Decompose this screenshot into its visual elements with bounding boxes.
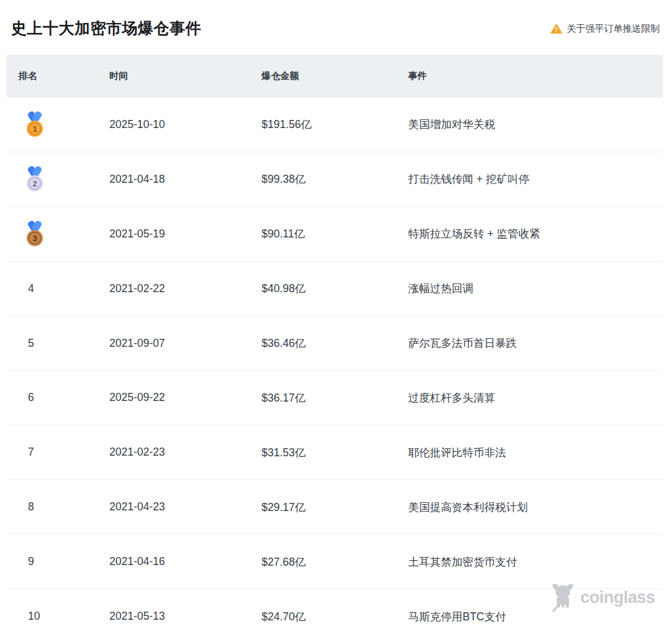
rank-cell: 5 <box>19 337 109 350</box>
event-label: 美国提高资本利得税计划 <box>408 500 663 515</box>
rank-number: 8 <box>28 500 34 513</box>
rank-number: 5 <box>28 337 34 350</box>
event-date: 2021-04-16 <box>109 555 262 568</box>
column-header-event: 事件 <box>408 70 663 82</box>
event-amount: $29.17亿 <box>262 500 408 515</box>
event-amount: $27.68亿 <box>262 554 408 569</box>
rank-medal-icon: 1 <box>22 110 47 139</box>
event-date: 2021-02-23 <box>109 446 262 459</box>
table-row: 8 2021-04-23 $29.17亿 美国提高资本利得税计划 <box>6 480 663 535</box>
rank-number: 6 <box>28 391 34 404</box>
event-amount: $31.53亿 <box>262 445 408 460</box>
warning-triangle-icon <box>550 24 562 34</box>
event-amount: $40.98亿 <box>262 281 408 296</box>
event-amount: $90.11亿 <box>262 226 408 241</box>
table-row: 7 2021-02-23 $31.53亿 耶伦批评比特币非法 <box>6 425 663 480</box>
svg-text:3: 3 <box>32 234 37 243</box>
table-body: 1 2025-10-10 $191.56亿 美国增加对华关税 2 <box>6 98 663 644</box>
column-header-rank: 排名 <box>19 70 109 82</box>
column-header-time: 时间 <box>109 70 262 82</box>
event-date: 2021-04-23 <box>109 500 262 513</box>
event-date: 2021-05-13 <box>109 610 262 623</box>
event-date: 2021-05-19 <box>109 228 262 241</box>
rank-cell: 1 <box>19 110 109 139</box>
rank-cell: 4 <box>19 282 109 295</box>
event-label: 特斯拉立场反转 + 监管收紧 <box>408 226 663 241</box>
event-label: 萨尔瓦多法币首日暴跌 <box>408 336 663 351</box>
event-amount: $36.46亿 <box>262 336 408 351</box>
rank-cell: 6 <box>19 391 109 404</box>
event-date: 2021-04-18 <box>109 173 262 186</box>
table-row: 1 2025-10-10 $191.56亿 美国增加对华关税 <box>6 98 663 152</box>
event-label: 耶伦批评比特币非法 <box>408 445 663 460</box>
column-header-amount: 爆仓金额 <box>262 70 408 82</box>
event-amount: $36.17亿 <box>262 390 408 405</box>
svg-text:2: 2 <box>32 179 37 188</box>
topbar: 史上十大加密市场爆仓事件 关于强平订单推送限制 <box>0 0 671 55</box>
rank-number: 10 <box>28 610 40 623</box>
table-row: 4 2021-02-22 $40.98亿 涨幅过热回调 <box>6 262 663 316</box>
event-label: 土耳其禁加密货币支付 <box>408 554 663 569</box>
rank-cell: 3 <box>19 219 109 248</box>
event-label: 过度杠杆多头清算 <box>408 390 663 405</box>
table-row: 6 2025-09-22 $36.17亿 过度杠杆多头清算 <box>6 370 663 425</box>
table-header-row: 排名 时间 爆仓金额 事件 <box>6 55 663 98</box>
event-amount: $191.56亿 <box>262 117 408 132</box>
table-row: 5 2021-09-07 $36.46亿 萨尔瓦多法币首日暴跌 <box>6 316 663 371</box>
liquidation-events-page: 史上十大加密市场爆仓事件 关于强平订单推送限制 排名 时间 爆仓金额 事件 <box>0 0 671 644</box>
table-row: 10 2021-05-13 $24.70亿 马斯克停用BTC支付 <box>6 589 663 644</box>
event-label: 涨幅过热回调 <box>408 281 663 296</box>
rank-medal-icon: 2 <box>22 165 47 193</box>
rank-cell: 8 <box>19 500 109 513</box>
rank-number: 9 <box>28 555 34 568</box>
table-row: 2 2021-04-18 $99.38亿 打击洗钱传闻 + 挖矿叫停 <box>6 152 663 207</box>
table-row: 9 2021-04-16 $27.68亿 土耳其禁加密货币支付 <box>6 535 663 589</box>
event-amount: $99.38亿 <box>262 172 408 186</box>
event-date: 2021-02-22 <box>109 282 262 295</box>
event-label: 打击洗钱传闻 + 挖矿叫停 <box>408 172 663 186</box>
rank-cell: 9 <box>19 555 109 568</box>
rank-cell: 2 <box>19 165 109 193</box>
svg-text:1: 1 <box>32 124 37 134</box>
event-date: 2021-09-07 <box>109 337 262 350</box>
event-date: 2025-09-22 <box>109 391 262 404</box>
rank-medal-icon: 3 <box>22 219 47 248</box>
liquidation-push-notice-link[interactable]: 关于强平订单推送限制 <box>550 21 660 35</box>
rank-number: 4 <box>28 282 34 295</box>
event-label: 美国增加对华关税 <box>408 117 663 132</box>
rank-cell: 7 <box>19 446 109 459</box>
rank-cell: 10 <box>19 610 109 623</box>
event-amount: $24.70亿 <box>262 609 408 624</box>
table-row: 3 2021-05-19 $90.11亿 特斯拉立场反转 + 监管收紧 <box>6 207 663 262</box>
notice-label: 关于强平订单推送限制 <box>567 23 660 35</box>
event-label: 马斯克停用BTC支付 <box>408 609 663 624</box>
page-title: 史上十大加密市场爆仓事件 <box>11 17 201 39</box>
event-date: 2025-10-10 <box>109 118 262 131</box>
rank-number: 7 <box>28 446 34 459</box>
